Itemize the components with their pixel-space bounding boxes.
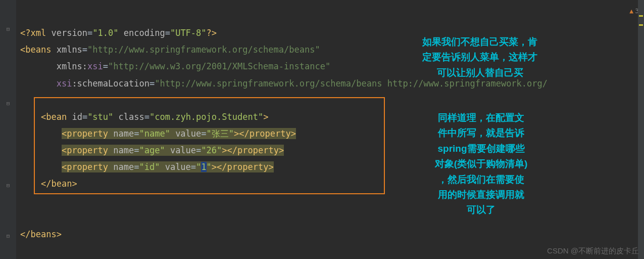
code-line: <bean id="stu" class="com.zyh.pojo.Stude… <box>20 109 640 125</box>
code-line <box>20 193 640 209</box>
annotation-top: 如果我们不想自己买菜，肯 定要告诉别人菜单，这样才 可以让别人替自己买 <box>399 34 561 80</box>
scrollbar-track[interactable] <box>638 0 644 259</box>
gutter: ⊟ ⊟ ⊟ ⊟ <box>0 0 16 259</box>
code-line <box>20 209 640 226</box>
code-line: <property name="name" value="张三"></prope… <box>20 125 640 142</box>
fold-icon[interactable]: ⊟ <box>5 25 12 32</box>
code-line: <property name="id" value="1"></property… <box>20 159 640 176</box>
code-line: <property name="age" value="26"></proper… <box>20 142 640 159</box>
fold-icon[interactable]: ⊟ <box>5 100 12 107</box>
code-line <box>20 92 640 109</box>
fold-icon[interactable]: ⊟ <box>5 182 12 189</box>
watermark: CSDN @不断前进的皮卡丘 <box>547 246 639 256</box>
code-line: </bean> <box>20 176 640 192</box>
error-stripe[interactable] <box>639 24 643 26</box>
code-line: </beans> <box>20 226 640 243</box>
error-stripe[interactable] <box>639 15 643 17</box>
annotation-bottom: 同样道理，在配置文 件中所写，就是告诉 spring需要创建哪些 对象(类似于购… <box>422 110 540 218</box>
warning-triangle-icon: ▲ <box>629 7 633 15</box>
fold-icon[interactable]: ⊟ <box>5 232 12 239</box>
